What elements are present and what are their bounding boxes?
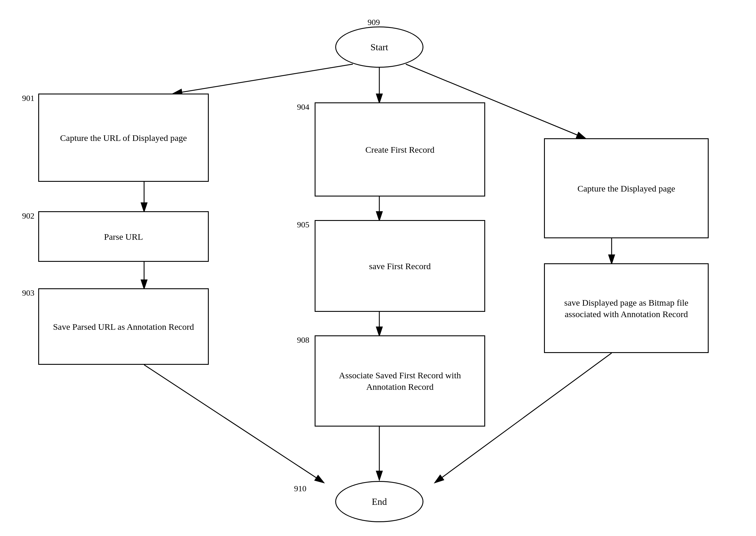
end-label: End bbox=[372, 496, 387, 507]
box-905: save First Record bbox=[315, 220, 485, 312]
label-908: 908 bbox=[297, 335, 309, 345]
box-901: Capture the URL of Displayed page bbox=[38, 93, 209, 182]
label-909: 909 bbox=[367, 17, 380, 27]
end-node: End bbox=[335, 481, 424, 522]
label-902: 902 bbox=[22, 211, 34, 220]
box-908-text: Associate Saved First Record with Annota… bbox=[320, 370, 480, 392]
box-903: Save Parsed URL as Annotation Record bbox=[38, 288, 209, 365]
flowchart: 909 Start 901 Capture the URL of Display… bbox=[0, 0, 756, 536]
svg-line-2 bbox=[173, 64, 353, 93]
start-node: Start bbox=[335, 26, 424, 68]
label-910: 910 bbox=[294, 484, 306, 493]
box-907: save Displayed page as Bitmap file assoc… bbox=[544, 263, 709, 353]
box-903-text: Save Parsed URL as Annotation Record bbox=[53, 321, 194, 332]
box-904-text: Create First Record bbox=[365, 144, 435, 155]
box-904: Create First Record bbox=[315, 102, 485, 196]
box-906: Capture the Displayed page bbox=[544, 138, 709, 238]
label-901: 901 bbox=[22, 93, 34, 103]
label-905: 905 bbox=[297, 220, 309, 229]
svg-line-7 bbox=[144, 365, 324, 483]
box-905-text: save First Record bbox=[369, 260, 431, 272]
box-907-text: save Displayed page as Bitmap file assoc… bbox=[549, 297, 703, 320]
box-902: Parse URL bbox=[38, 211, 209, 262]
box-906-text: Capture the Displayed page bbox=[578, 183, 675, 194]
box-908: Associate Saved First Record with Annota… bbox=[315, 335, 485, 426]
label-904: 904 bbox=[297, 102, 309, 112]
start-label: Start bbox=[370, 42, 388, 53]
box-902-text: Parse URL bbox=[104, 231, 143, 242]
label-903: 903 bbox=[22, 288, 34, 298]
box-901-text: Capture the URL of Displayed page bbox=[60, 132, 187, 144]
